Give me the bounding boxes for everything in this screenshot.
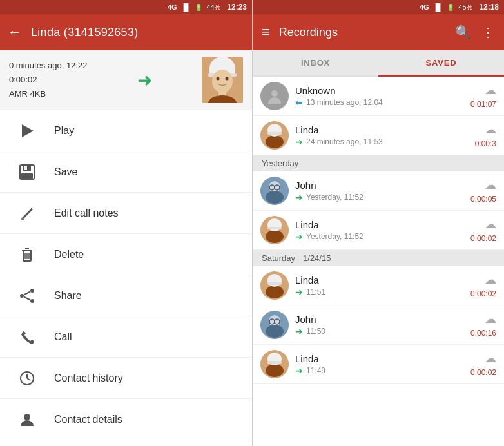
section-label-saturday: Saturday [262,253,295,263]
contact-details-menu-item[interactable]: Contact details [0,399,252,440]
rec-right-linda-2: ☁ 0:00:02 [470,217,496,243]
cloud-icon-unknown: ☁ [485,83,496,97]
svg-point-44 [266,230,284,243]
hamburger-menu-button[interactable]: ≡ [262,24,270,41]
save-label: Save [54,166,77,178]
tab-saved[interactable]: SAVED [378,50,504,75]
rec-timestamp-linda-2: Yesterday, 11:52 [306,232,363,241]
share-icon [15,284,39,307]
network-label-right: 4G [420,3,429,11]
rec-duration-unknown: 0:01:07 [470,100,496,109]
recording-row-unknown[interactable]: Unknown ⬅ 13 minutes ago, 12:04 ☁ 0:01:0… [253,77,504,116]
rec-right-linda-3: ☁ 0:00:02 [470,273,496,298]
svg-point-23 [30,299,34,303]
rec-name-unknown: Unknown [295,85,470,96]
rec-time-linda-1: ➜ 24 minutes ago, 11:53 [295,137,475,147]
recording-row-linda-3[interactable]: Linda ➜ 11:51 ☁ 0:00:02 [253,266,504,305]
recording-meta: 0 minutes ago, 12:22 0:00:02 AMR 4KB [9,59,87,101]
svg-point-49 [266,286,284,298]
svg-rect-13 [21,173,33,179]
network-label-left: 4G [168,3,177,11]
rec-timestamp-linda-1: 24 minutes ago, 11:53 [306,137,383,146]
svg-line-28 [27,378,30,380]
section-header-yesterday: Yesterday [253,155,504,171]
call-icon [15,325,39,349]
svg-point-38 [266,191,284,204]
contact-avatar [202,57,243,103]
rec-info-john-1: John ➜ Yesterday, 11:52 [295,180,470,202]
rec-timestamp-unknown: 13 minutes ago, 12:04 [306,98,383,107]
search-button[interactable]: 🔍 [455,24,471,40]
section-header-saturday: Saturday 1/24/15 [253,250,504,266]
delete-menu-item[interactable]: Delete [0,234,252,275]
svg-rect-12 [24,166,27,170]
svg-point-54 [266,325,284,338]
status-bar-right: 4G ▐▌ 🔋 45% 12:18 [253,0,504,14]
share-menu-item[interactable]: Share [0,275,252,316]
outgoing-arrow-linda-3: ➜ [295,287,303,297]
recordings-title: Recordings [279,26,338,39]
details-label: Contact details [54,414,122,425]
rec-info-linda-1: Linda ➜ 24 minutes ago, 11:53 [295,124,475,147]
battery-pct-right: 45% [458,3,472,11]
edit-label: Edit call notes [54,208,119,219]
svg-line-24 [24,291,30,295]
svg-rect-51 [267,282,282,285]
svg-point-5 [216,77,219,81]
recording-row-linda-1[interactable]: Linda ➜ 24 minutes ago, 11:53 ☁ 0:00:3 [253,116,504,155]
save-icon [15,160,39,184]
svg-rect-61 [267,361,282,364]
header-left-group: ≡ Recordings [262,24,338,41]
time-left: 12:23 [227,3,247,12]
rec-name-john-1: John [295,180,470,191]
cloud-icon-linda-3: ☁ [485,273,496,287]
call-label: Call [54,331,72,343]
recording-row-john-1[interactable]: John ➜ Yesterday, 11:52 ☁ 0:00:05 [253,171,504,211]
history-label: Contact history [54,373,123,384]
right-header: ≡ Recordings 🔍 ⋮ [253,14,504,50]
recording-row-john-2[interactable]: John ➜ 11:50 ☁ 0:00:16 [253,305,504,345]
play-label: Play [54,125,74,137]
rec-time-john-1: ➜ Yesterday, 11:52 [295,192,470,202]
rec-right-john-2: ☁ 0:00:16 [470,312,496,338]
save-menu-item[interactable]: Save [0,151,252,193]
rec-duration-john-2: 0:00:16 [470,329,496,338]
rec-right-linda-1: ☁ 0:00:3 [475,122,496,148]
rec-duration-linda-2: 0:00:02 [470,234,496,243]
edit-icon [15,202,39,225]
rec-info-unknown: Unknown ⬅ 13 minutes ago, 12:04 [295,85,470,108]
rec-timestamp-linda-4: 11:49 [306,366,325,375]
contact-history-menu-item[interactable]: Contact history [0,358,252,399]
battery-pct-left: 44% [206,3,220,11]
history-icon [15,367,39,390]
svg-point-29 [24,414,30,420]
edit-menu-item[interactable]: Edit call notes [0,193,252,234]
recording-row-linda-4[interactable]: Linda ➜ 11:49 ☁ 0:00:02 [253,345,504,384]
svg-marker-9 [22,124,34,137]
menu-list: Play Save Edit [0,110,252,446]
recording-row-linda-2[interactable]: Linda ➜ Yesterday, 11:52 ☁ 0:00:02 [253,211,504,250]
battery-right: 🔋 [447,4,454,11]
incoming-arrow-unknown: ⬅ [295,97,303,108]
svg-point-30 [271,90,278,97]
cloud-icon-linda-4: ☁ [485,351,496,365]
tab-inbox[interactable]: INBOX [253,50,378,75]
rec-time-linda-3: ➜ 11:51 [295,287,470,297]
delete-label: Delete [54,249,84,260]
signal-left: ▐▌ [181,3,191,11]
svg-point-21 [30,289,34,293]
svg-line-25 [24,296,30,300]
avatar-unknown [260,82,289,110]
section-label-yesterday: Yesterday [262,159,298,168]
avatar-linda-2 [260,216,289,244]
outgoing-arrow-john-1: ➜ [295,192,303,202]
avatar-john-1 [260,177,289,205]
more-options-button[interactable]: ⋮ [481,24,495,40]
play-menu-item[interactable]: Play [0,110,252,151]
rec-name-john-2: John [295,314,470,325]
outgoing-arrow-john-2: ➜ [295,326,303,336]
rec-right-john-1: ☁ 0:00:05 [470,178,496,204]
back-button[interactable]: ← [8,24,22,41]
call-menu-item[interactable]: Call [0,316,252,358]
rec-duration-linda-3: 0:00:02 [470,289,496,298]
